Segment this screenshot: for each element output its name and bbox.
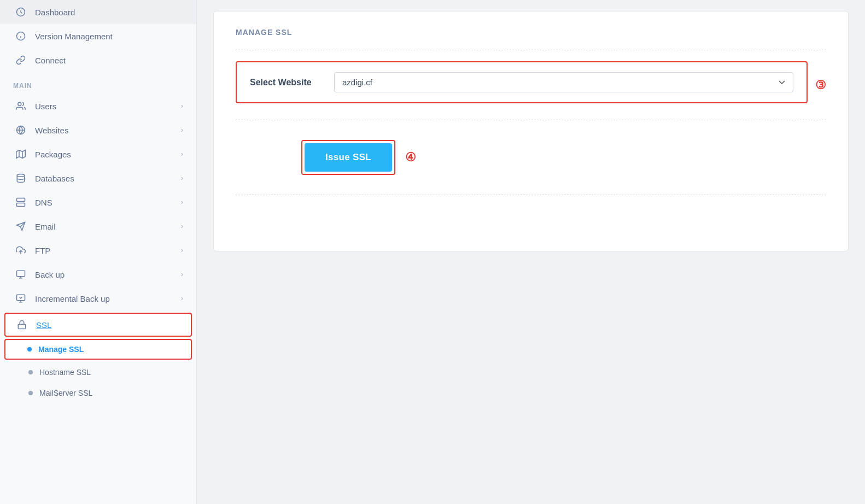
sidebar-item-email[interactable]: Email ›	[0, 214, 196, 238]
section-title: MANAGE SSL	[236, 28, 826, 37]
svg-rect-20	[18, 324, 26, 329]
backup-icon	[13, 269, 28, 279]
chevron-icon-5: ›	[181, 198, 183, 206]
ssl-icon	[14, 320, 30, 330]
issue-ssl-button[interactable]: Issue SSL	[305, 143, 392, 172]
sidebar-label-ftp: FTP	[35, 246, 50, 255]
sidebar-label-incremental-backup: Incremental Back up	[35, 294, 110, 303]
sidebar-subitem-mailserver-ssl[interactable]: MailServer SSL	[0, 383, 196, 403]
sidebar-item-websites[interactable]: Websites ›	[0, 118, 196, 142]
svg-rect-18	[17, 271, 25, 277]
badge-4: ④	[405, 150, 416, 165]
chevron-icon-4: ›	[181, 174, 183, 182]
sidebar-label-users: Users	[35, 102, 56, 111]
section-main-label: MAIN	[0, 72, 196, 94]
content-card: MANAGE SSL Select Website azdigi.cf ③ Is…	[213, 11, 849, 251]
sidebar-label-mailserver-ssl: MailServer SSL	[39, 389, 92, 397]
ssl-link[interactable]: SSL	[36, 320, 51, 330]
chevron-icon-3: ›	[181, 150, 183, 158]
incremental-backup-icon	[13, 294, 28, 303]
dot-manage-ssl	[27, 347, 32, 351]
main-content: MANAGE SSL Select Website azdigi.cf ③ Is…	[197, 0, 865, 504]
chevron-icon: ›	[181, 102, 183, 110]
info-icon	[13, 31, 28, 41]
badge-3: ③	[815, 78, 826, 92]
chevron-icon-9: ›	[181, 295, 183, 302]
connect-icon	[13, 55, 28, 65]
issue-ssl-wrap: Issue SSL	[301, 140, 395, 175]
issue-ssl-row: Issue SSL ④	[236, 131, 826, 184]
sidebar-item-connect[interactable]: Connect	[0, 48, 196, 72]
sidebar-item-version[interactable]: Version Management	[0, 24, 196, 48]
chevron-icon-6: ›	[181, 222, 183, 230]
divider-1	[236, 50, 826, 50]
divider-2	[236, 120, 826, 120]
svg-rect-12	[17, 203, 25, 207]
sidebar-label-dashboard: Dashboard	[35, 8, 75, 17]
sidebar-label-manage-ssl: Manage SSL	[38, 345, 84, 354]
sidebar-label-packages: Packages	[35, 150, 71, 159]
sidebar-label-connect: Connect	[35, 56, 66, 65]
sidebar-label-dns: DNS	[35, 198, 52, 207]
websites-icon	[13, 125, 28, 135]
email-icon	[13, 221, 28, 231]
sidebar-label-email: Email	[35, 222, 56, 231]
svg-rect-11	[17, 198, 25, 202]
users-icon	[13, 101, 28, 111]
sidebar-item-backup[interactable]: Back up ›	[0, 262, 196, 286]
sidebar-item-databases[interactable]: Databases ›	[0, 166, 196, 190]
sidebar-label-databases: Databases	[35, 174, 74, 183]
sidebar-label-version: Version Management	[35, 32, 113, 41]
dns-icon	[13, 197, 28, 207]
sidebar-item-packages[interactable]: Packages ›	[0, 142, 196, 166]
sidebar-item-ftp[interactable]: FTP ›	[0, 238, 196, 262]
dot-mailserver-ssl	[28, 391, 33, 395]
sidebar-item-incremental-backup[interactable]: Incremental Back up ›	[0, 286, 196, 310]
databases-icon	[13, 173, 28, 183]
sidebar-item-users[interactable]: Users ›	[0, 94, 196, 118]
ftp-icon	[13, 245, 28, 255]
website-select[interactable]: azdigi.cf	[334, 72, 793, 92]
sidebar-item-ssl[interactable]: SSL	[4, 313, 192, 337]
packages-icon	[13, 149, 28, 159]
sidebar: Dashboard Version Management Connect MAI…	[0, 0, 197, 504]
svg-point-4	[18, 102, 21, 106]
sidebar-label-backup: Back up	[35, 270, 65, 279]
svg-rect-19	[17, 295, 25, 301]
sidebar-label-hostname-ssl: Hostname SSL	[39, 368, 91, 377]
sidebar-label-websites: Websites	[35, 126, 68, 135]
dashboard-icon	[13, 7, 28, 17]
dot-hostname-ssl	[28, 370, 33, 374]
sidebar-subitem-hostname-ssl[interactable]: Hostname SSL	[0, 362, 196, 383]
svg-marker-7	[16, 150, 26, 159]
divider-3	[236, 195, 826, 195]
chevron-icon-8: ›	[181, 271, 183, 278]
chevron-icon-7: ›	[181, 247, 183, 254]
sidebar-subitem-manage-ssl[interactable]: Manage SSL	[4, 339, 192, 360]
select-website-row: Select Website azdigi.cf	[236, 61, 808, 103]
svg-point-10	[17, 174, 25, 177]
chevron-icon-2: ›	[181, 126, 183, 134]
sidebar-item-dns[interactable]: DNS ›	[0, 190, 196, 214]
select-website-label: Select Website	[250, 78, 321, 87]
sidebar-item-dashboard[interactable]: Dashboard	[0, 0, 196, 24]
